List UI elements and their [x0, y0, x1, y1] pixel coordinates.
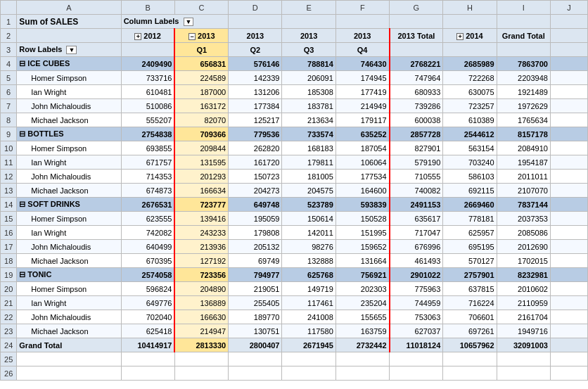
data-cell: 10657962: [443, 338, 497, 352]
data-cell: 10414917: [121, 338, 174, 352]
data-cell: 627037: [390, 324, 443, 338]
data-cell: 710555: [390, 170, 443, 184]
data-cell: 640499: [121, 240, 174, 254]
data-cell: 179808: [229, 226, 282, 240]
table-row: 6Ian Wright61048118700013120618530817741…: [1, 85, 588, 99]
col-c-header: C: [174, 1, 228, 15]
empty-cell: [335, 352, 389, 366]
label-cell: Grand Total: [17, 338, 121, 352]
data-cell: 1702015: [497, 254, 550, 268]
data-cell: 656831: [174, 57, 228, 71]
row-num-cell: 6: [1, 85, 17, 99]
table-row: 17John Michaloudis6404992139362051329827…: [1, 240, 588, 254]
empty-cell: [121, 352, 174, 366]
column-labels-dropdown[interactable]: ▼: [184, 18, 194, 26]
cell-a1: Sum of SALES: [17, 15, 121, 29]
data-cell: 132888: [282, 254, 335, 268]
data-cell: 695195: [443, 240, 497, 254]
table-row: 5Homer Simpson73371622458914233920609117…: [1, 71, 588, 85]
cell-e3: Q3: [282, 43, 335, 57]
empty-row: 26: [1, 366, 588, 381]
data-cell: 224589: [174, 71, 228, 85]
data-cell: 2669460: [443, 198, 497, 212]
data-cell: 2544612: [443, 127, 497, 141]
data-cell: 788814: [282, 57, 335, 71]
data-cell: 7837144: [497, 198, 550, 212]
row-num-cell: 23: [1, 324, 17, 338]
cell-f1: [335, 15, 389, 29]
table-row: 19⊟ TONIC2574058723356794977625768756921…: [1, 268, 588, 282]
label-cell: Ian Wright: [17, 296, 121, 310]
data-cell: 2732442: [335, 338, 389, 352]
row-num-cell: 22: [1, 310, 17, 324]
expand-2012-icon[interactable]: +: [134, 33, 141, 40]
data-cell: 241008: [282, 310, 335, 324]
data-cell: [550, 338, 587, 352]
table-row: 23Michael Jackson62541821494713075111758…: [1, 324, 588, 338]
data-cell: 205132: [229, 240, 282, 254]
data-cell: 214949: [335, 99, 389, 113]
data-cell: 32091003: [497, 338, 550, 352]
expand-2013-icon[interactable]: −: [188, 33, 196, 40]
data-cell: 723777: [174, 198, 228, 212]
table-row: 20Homer Simpson5968242048902190511497192…: [1, 282, 588, 296]
data-cell: 693855: [121, 141, 174, 155]
data-cell: 739286: [390, 99, 443, 113]
data-cell: 139416: [174, 212, 228, 226]
data-cell: 204575: [282, 184, 335, 198]
data-cell: 195059: [229, 212, 282, 226]
data-cell: 1954187: [497, 155, 550, 170]
table-row: 24Grand Total104149172813330280040726719…: [1, 338, 588, 352]
col-f-header: F: [335, 1, 389, 15]
data-cell: 778181: [443, 212, 497, 226]
label-cell: Ian Wright: [17, 155, 121, 170]
data-cell: 2012690: [497, 240, 550, 254]
table-row: 4⊟ ICE CUBES2409490656831576146788814746…: [1, 57, 588, 71]
data-cell: 1972629: [497, 99, 550, 113]
label-cell: ⊟ SOFT DRINKS: [17, 198, 121, 212]
data-cell: [550, 170, 587, 184]
empty-cell: [282, 366, 335, 381]
expand-2014-icon[interactable]: +: [456, 33, 464, 40]
table-row: 16Ian Wright7420822432331798081420111519…: [1, 226, 588, 240]
label-cell: John Michaloudis: [17, 310, 121, 324]
data-cell: 702040: [121, 310, 174, 324]
data-cell: 625957: [443, 226, 497, 240]
row-labels-dropdown[interactable]: ▼: [66, 46, 77, 54]
data-cell: 2857728: [390, 127, 443, 141]
data-cell: 117461: [282, 296, 335, 310]
data-cell: 722268: [443, 71, 497, 85]
table-row: 12John Michaloudis7143532012931507231810…: [1, 170, 588, 184]
data-cell: 555207: [121, 113, 174, 127]
row-num-cell: 16: [1, 226, 17, 240]
empty-cell: [443, 366, 497, 381]
row-num-cell: 12: [1, 170, 17, 184]
data-cell: 142339: [229, 71, 282, 85]
empty-cell: [497, 352, 550, 366]
data-cell: 733574: [282, 127, 335, 141]
data-cell: 706601: [443, 310, 497, 324]
cell-c2: −2013: [174, 29, 228, 43]
row-num-cell: 8: [1, 113, 17, 127]
data-cell: 2813330: [174, 338, 228, 352]
label-cell: Homer Simpson: [17, 141, 121, 155]
data-cell: 163759: [335, 324, 389, 338]
empty-cell: [17, 366, 121, 381]
table-row: 21Ian Wright6497761368892554051174612352…: [1, 296, 588, 310]
empty-cell: [443, 352, 497, 366]
data-cell: 201293: [174, 170, 228, 184]
data-cell: 1765634: [497, 113, 550, 127]
data-cell: [550, 296, 587, 310]
col-i-header: I: [497, 1, 550, 15]
data-cell: 155655: [335, 310, 389, 324]
cell-a2: [17, 29, 121, 43]
table-row: 14⊟ SOFT DRINKS2676531723777649748523789…: [1, 198, 588, 212]
data-cell: 136889: [174, 296, 228, 310]
row-num-cell: 14: [1, 198, 17, 212]
data-cell: 510086: [121, 99, 174, 113]
empty-cell: [497, 366, 550, 381]
data-cell: 219051: [229, 282, 282, 296]
data-cell: 166630: [174, 310, 228, 324]
row-num-cell: 24: [1, 338, 17, 352]
data-cell: 674873: [121, 184, 174, 198]
